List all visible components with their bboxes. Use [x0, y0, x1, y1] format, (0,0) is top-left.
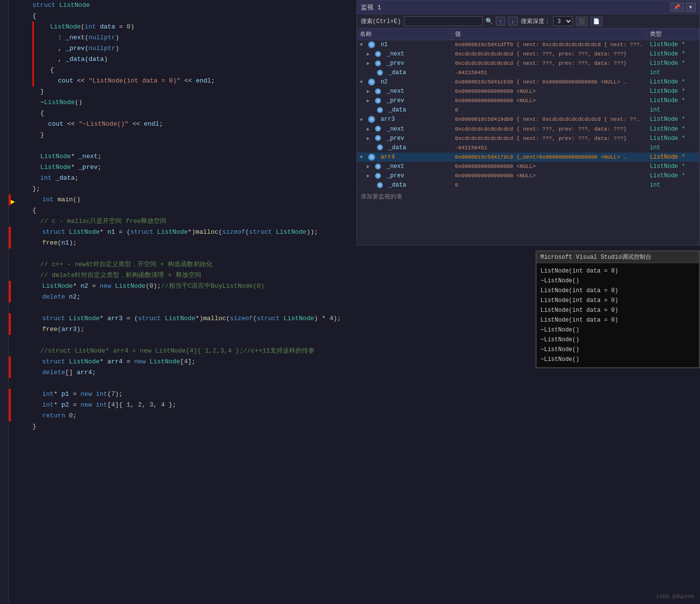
console-line: ListNode(int data = 0)	[540, 315, 695, 325]
table-row[interactable]: ▶ ◎ _next 0x0000000000000000 <NULL> List…	[357, 87, 700, 96]
console-panel: Microsoft Visual Studio调试控制台 ListNode(in…	[536, 250, 700, 368]
col-type-header: 类型	[646, 28, 699, 40]
table-row[interactable]: ▼ ◎ arr3 0x0000016c5d419db0 { next: 0xcd…	[357, 115, 700, 124]
watch-expand-button[interactable]: 📄	[591, 17, 602, 26]
watch-title-bar: 监视 1 📌 ▾	[357, 0, 700, 14]
code-line-37: int* p1 = new int(7);	[9, 389, 700, 400]
search-down-button[interactable]: ↓	[508, 17, 518, 26]
expand-icon-n1[interactable]: ▼	[360, 42, 363, 48]
console-line: ListNode(int data = 0)	[540, 266, 695, 276]
table-row[interactable]: ◎ _data 0 int	[357, 180, 700, 190]
watch-close-button[interactable]: ▾	[686, 2, 696, 12]
table-row[interactable]: ▶ ◎ _prev 0xcdcdcdcdcdcdcdcd { next: ???…	[357, 59, 700, 68]
search-icon: 🔍	[485, 18, 493, 25]
table-row[interactable]: ▼ ◎ n1 0x0000016c5d41dff0 { next: 0xcdcd…	[357, 40, 700, 50]
col-value-header: 值	[452, 28, 646, 40]
watch-copy-button[interactable]: ⬛	[576, 17, 588, 26]
table-row[interactable]: ▶ ◎ _next 0xcdcdcdcdcdcdcdcd { next: ???…	[357, 124, 700, 134]
console-title: Microsoft Visual Studio调试控制台	[537, 251, 699, 263]
table-row[interactable]: ▶ ◎ _next 0xcdcdcdcdcdcdcdcd { next: ???…	[357, 50, 700, 59]
table-row[interactable]: ▼ ◎ arr4 0x0000016c5d4179c8 {_next=0x000…	[357, 152, 700, 162]
watch-controls: 📌 ▾	[670, 2, 696, 12]
search-input[interactable]	[404, 16, 483, 26]
console-line: ~ListNode()	[540, 335, 695, 345]
expand-icon-n2[interactable]: ▼	[360, 80, 363, 85]
table-row[interactable]: ▶ ◎ _prev 0xcdcdcdcdcdcdcdcd { next: ???…	[357, 134, 700, 143]
console-line: ~ListNode()	[540, 276, 695, 286]
watch-panel-title: 监视 1	[361, 3, 381, 12]
table-row[interactable]: ▶ ◎ _prev 0x0000000000000000 <NULL> List…	[357, 96, 700, 106]
expand-icon-n1-next[interactable]: ▶	[367, 52, 370, 57]
watch-panel[interactable]: 监视 1 📌 ▾ 搜索(Ctrl+E) 🔍 ↑ ↓ 搜索深度： 3 ⬛ 📄	[356, 0, 700, 246]
watch-table-container[interactable]: 名称 值 类型 ▼ ◎ n1 0x0000016c5d41dff0 { next…	[357, 28, 700, 190]
search-label: 搜索(Ctrl+E)	[361, 17, 401, 26]
watch-pin-button[interactable]: 📌	[670, 2, 684, 12]
table-row[interactable]: ▼ ◎ n2 0x0000016c5d41cb30 { next: 0x0000…	[357, 78, 700, 87]
console-line: ListNode(int data = 0)	[540, 286, 695, 296]
watch-table: 名称 值 类型 ▼ ◎ n1 0x0000016c5d41dff0 { next…	[357, 28, 700, 190]
expand-icon-n1-prev[interactable]: ▶	[367, 61, 370, 66]
console-line: ListNode(int data = 0)	[540, 305, 695, 315]
console-content: ListNode(int data = 0) ~ListNode() ListN…	[537, 263, 699, 367]
expand-icon-arr4[interactable]: ▼	[360, 155, 363, 160]
code-line-39: return 0;	[9, 411, 700, 421]
search-bar: 搜索(Ctrl+E) 🔍 ↑ ↓ 搜索深度： 3 ⬛ 📄	[357, 14, 700, 28]
code-line-38: int* p2 = new int[4]{ 1, 2, 3, 4 };	[9, 400, 700, 411]
search-up-button[interactable]: ↑	[496, 17, 506, 26]
console-line: ListNode(int data = 0)	[540, 296, 695, 305]
add-watch-item[interactable]: 添加要监视的项	[357, 190, 700, 203]
expand-icon-arr3[interactable]: ▼	[360, 117, 363, 123]
table-row[interactable]: ◎ _data 0 int	[357, 106, 700, 115]
code-line-40: }	[9, 421, 700, 432]
table-row[interactable]: ▶ ◎ _next 0x0000000000000000 <NULL> List…	[357, 162, 700, 171]
console-line: ~ListNode()	[540, 345, 695, 355]
line-gutter	[0, 0, 9, 604]
col-name-header: 名称	[357, 28, 452, 40]
code-line-36	[9, 378, 700, 389]
console-line: ~ListNode()	[540, 355, 695, 364]
main-container: struct ListNode { ListNode(int data = 0)…	[0, 0, 700, 604]
code-line-35: delete[] arr4;	[9, 367, 700, 378]
watermark: CSDN @风&646	[656, 593, 694, 600]
table-row[interactable]: ◎ _data -842150451 int	[357, 68, 700, 78]
depth-select[interactable]: 3	[553, 16, 573, 26]
depth-label: 搜索深度：	[521, 17, 550, 26]
table-row[interactable]: ◎ _data -842150451 int	[357, 143, 700, 152]
table-row[interactable]: ▶ ◎ _prev 0x0000000000000000 <NULL> List…	[357, 171, 700, 180]
console-line: ~ListNode()	[540, 325, 695, 335]
